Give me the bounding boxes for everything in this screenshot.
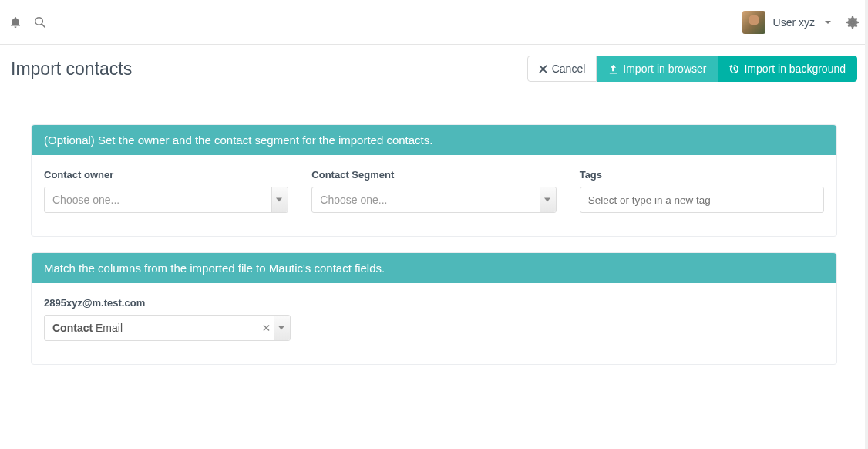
import-background-label: Import in background [744, 62, 846, 75]
history-icon [729, 64, 739, 74]
import-background-button[interactable]: Import in background [718, 56, 857, 82]
field-mapping-panel: Match the columns from the imported file… [31, 252, 837, 365]
contact-owner-field-group: Contact owner Choose one... [44, 169, 288, 213]
user-name-label: User xyz [773, 16, 815, 29]
owner-segment-panel-body: Contact owner Choose one... Contact Segm… [32, 155, 836, 236]
clear-selection-icon[interactable] [263, 325, 270, 332]
field-name-label: Email [96, 322, 123, 334]
contact-owner-select[interactable]: Choose one... [44, 187, 288, 213]
page-title: Import contacts [11, 59, 132, 79]
contact-owner-label: Contact owner [44, 169, 288, 181]
gear-icon[interactable] [846, 16, 859, 29]
content-area: (Optional) Set the owner and the contact… [0, 93, 868, 411]
field-mapping-select[interactable]: Contact Email [44, 315, 291, 341]
chevron-down-icon [278, 326, 284, 330]
chevron-down-icon [544, 198, 550, 202]
tags-input[interactable] [580, 187, 824, 213]
owner-segment-panel: (Optional) Set the owner and the contact… [31, 124, 837, 237]
upload-icon [608, 64, 618, 74]
cancel-button[interactable]: Cancel [527, 56, 597, 82]
close-icon [539, 65, 547, 73]
top-bar: User xyz [0, 0, 868, 45]
contact-segment-field-group: Contact Segment Choose one... [311, 169, 556, 213]
top-bar-right: User xyz [742, 11, 859, 34]
field-group-label: Contact [52, 322, 96, 334]
tags-label: Tags [580, 169, 824, 181]
top-bar-left [9, 16, 46, 29]
scrollbar[interactable] [865, 0, 868, 411]
user-menu[interactable]: User xyz [742, 11, 831, 34]
field-mapping-panel-body: 2895xyz@m.test.com Contact Email [32, 283, 836, 364]
tags-field-group: Tags [580, 169, 824, 213]
field-mapping-panel-heading: Match the columns from the imported file… [32, 253, 836, 283]
contact-owner-placeholder: Choose one... [52, 194, 119, 206]
notification-bell-icon[interactable] [9, 16, 22, 29]
avatar [742, 11, 765, 34]
caret-down-icon [825, 21, 831, 24]
search-icon[interactable] [34, 16, 46, 29]
page-header: Import contacts Cancel Import in browser [0, 45, 868, 93]
action-button-group: Cancel Import in browser Import in backg… [527, 56, 857, 82]
contact-segment-select[interactable]: Choose one... [311, 187, 556, 213]
import-browser-label: Import in browser [623, 62, 706, 75]
column-match-group: 2895xyz@m.test.com Contact Email [44, 297, 291, 341]
import-browser-button[interactable]: Import in browser [597, 56, 718, 82]
chevron-down-icon [276, 198, 282, 202]
imported-column-name: 2895xyz@m.test.com [44, 297, 291, 309]
field-mapping-value: Contact Email [52, 322, 123, 334]
cancel-button-label: Cancel [552, 62, 586, 75]
contact-segment-label: Contact Segment [311, 169, 556, 181]
owner-segment-panel-heading: (Optional) Set the owner and the contact… [32, 125, 836, 155]
contact-segment-placeholder: Choose one... [320, 194, 387, 206]
